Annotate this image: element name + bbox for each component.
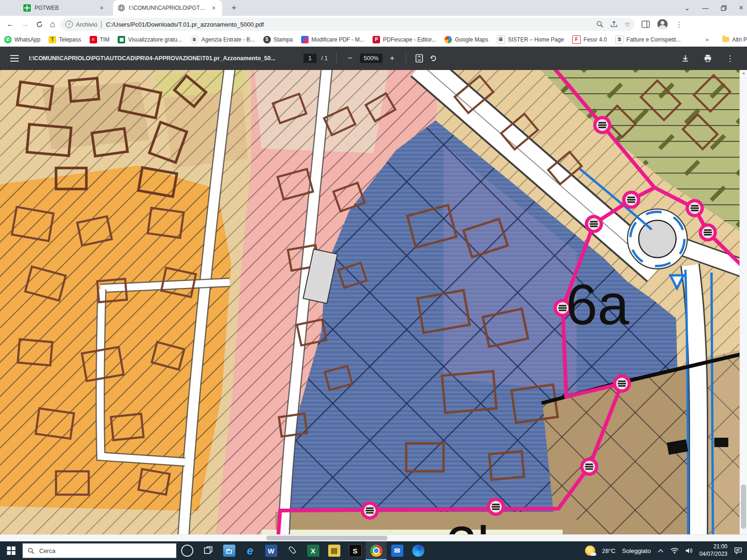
restore-icon[interactable] <box>721 5 727 11</box>
bookmark-label: PDFescape - Editor... <box>383 36 436 43</box>
taskbar-app-excel[interactable]: X <box>303 541 324 560</box>
taskbar-app-yellow[interactable]: ▤ <box>324 541 345 560</box>
fit-page-icon[interactable] <box>415 54 424 63</box>
weather-icon[interactable] <box>585 546 595 556</box>
taskbar-app-phone[interactable] <box>282 541 303 560</box>
bookmark-whatsapp[interactable]: ✆WhatsApp <box>0 36 44 43</box>
weather-temp[interactable]: 28°C <box>602 547 615 554</box>
dark-app-icon: S <box>349 544 362 557</box>
viewer-icon: ▣ <box>118 36 125 43</box>
cortana-icon <box>181 545 193 557</box>
word-icon: W <box>265 545 277 557</box>
pgtweb-favicon <box>23 4 31 12</box>
zone-label-bottom: 2b <box>446 515 508 534</box>
taskbar-search[interactable]: Cerca <box>22 543 176 558</box>
system-tray: 28°C Soleggiato 21:00 04/07/2023 <box>585 543 742 558</box>
taskbar-app-explorer[interactable]: 🗀 <box>218 541 240 560</box>
start-button[interactable] <box>0 541 22 560</box>
tab-pgtweb[interactable]: PGTWEB × <box>19 0 110 16</box>
tab-strip: PGTWEB × I:\COMUNI\CAPRIOLO\PGT\AU × + ⌄… <box>0 0 747 16</box>
bookmark-label: Agenzia Entrate - B... <box>202 36 255 43</box>
bookmark-agenzia-entrate[interactable]: 🗎Agenzia Entrate - B... <box>186 35 259 44</box>
tab-label: PGTWEB <box>35 5 94 11</box>
tab-search-icon[interactable]: ⌄ <box>684 4 690 12</box>
bookmark-tim[interactable]: ≡TIM <box>85 36 114 43</box>
tray-clock[interactable]: 21:00 04/07/2023 <box>699 543 727 558</box>
zoom-out-button[interactable]: − <box>345 54 355 63</box>
pdfescape-icon: P <box>373 36 380 43</box>
tray-chevron-icon[interactable] <box>657 548 664 553</box>
vertical-scroll-thumb[interactable] <box>741 484 746 529</box>
zoom-in-button[interactable]: + <box>387 54 397 63</box>
vertical-scrollbar[interactable]: ▲ <box>740 70 747 534</box>
bookmark-stampa[interactable]: SStampa <box>259 36 297 43</box>
bookmark-sister[interactable]: 🏛SISTER – Home Page <box>493 35 568 44</box>
share-icon[interactable] <box>610 21 618 28</box>
address-separator: | <box>100 20 102 28</box>
bookmark-fatture[interactable]: 🖺Fatture e Corrispetti... <box>611 35 685 44</box>
taskbar-app-chrome[interactable] <box>366 541 387 560</box>
bookmark-label: Google Maps <box>455 36 488 43</box>
bookmark-label: SISTER – Home Page <box>508 36 564 43</box>
tab-pdf[interactable]: I:\COMUNI\CAPRIOLO\PGT\AU × <box>113 0 222 16</box>
bookmark-label: WhatsApp <box>14 36 40 43</box>
bookmark-fessr[interactable]: FFessr 4.0 <box>568 35 611 44</box>
taskbar-app-ie[interactable]: e <box>240 541 261 560</box>
home-icon[interactable]: ⌂ <box>50 19 55 29</box>
pdf-filename: I:\COMUNI\CAPRIOLO\PGT\AUTOCAD\PR\04-APP… <box>29 55 275 62</box>
bookmark-visualizzatore[interactable]: ▣Visualizzatore gratu... <box>113 36 186 43</box>
reload-icon[interactable] <box>35 21 43 28</box>
chrome-icon <box>370 545 382 557</box>
zoom-level-value[interactable]: 500% <box>360 54 382 63</box>
address-bar[interactable]: i Archivio | C:/Users/Pc01/Downloads/T.0… <box>61 18 635 31</box>
task-view-button[interactable] <box>197 541 218 560</box>
bookmark-pdfescape[interactable]: PPDFescape - Editor... <box>368 36 440 43</box>
excel-icon: X <box>307 545 319 557</box>
agenzia-icon: 🗎 <box>190 35 199 44</box>
task-view-icon <box>204 546 213 555</box>
pdf-edit-icon <box>301 36 309 43</box>
weather-desc[interactable]: Soleggiato <box>622 547 650 554</box>
tab-close-icon[interactable]: × <box>210 4 218 12</box>
taskbar-app-edge[interactable] <box>408 541 429 560</box>
bookmark-star-icon[interactable]: ☆ <box>624 20 630 28</box>
horizontal-scrollbar[interactable] <box>0 534 747 541</box>
explorer-icon: 🗀 <box>223 545 235 557</box>
minimize-icon[interactable]: — <box>702 4 709 12</box>
close-window-icon[interactable]: × <box>739 4 743 12</box>
pdf-more-icon[interactable]: ⋮ <box>726 54 734 63</box>
bookmarks-overflow-chevron[interactable]: » <box>702 36 712 43</box>
profile-avatar[interactable] <box>657 19 668 29</box>
browser-menu-icon[interactable]: ⋮ <box>675 20 683 29</box>
download-icon[interactable] <box>681 54 690 63</box>
page-number-input[interactable]: 1 <box>303 54 317 63</box>
taskbar-app-mail[interactable]: ✉ <box>387 541 408 560</box>
page-info-icon[interactable]: i <box>65 21 73 28</box>
forward-icon[interactable]: → <box>21 20 29 29</box>
pdf-page-canvas[interactable]: 6a 2b <box>0 70 740 534</box>
new-tab-button[interactable]: + <box>228 2 240 14</box>
other-bookmarks[interactable]: Altri Preferiti <box>718 36 747 43</box>
taskbar-app-dark[interactable]: S <box>345 541 366 560</box>
bookmark-telepass[interactable]: TTelepass <box>44 36 85 43</box>
windows-logo-icon <box>7 546 15 555</box>
rotate-icon[interactable] <box>429 54 438 63</box>
wifi-icon[interactable] <box>670 547 679 554</box>
cortana-button[interactable] <box>176 541 197 560</box>
tab-close-icon[interactable]: × <box>98 4 106 12</box>
back-icon[interactable]: ← <box>7 20 14 29</box>
print-icon[interactable] <box>704 54 712 63</box>
side-panel-icon[interactable] <box>641 21 650 28</box>
pdf-menu-icon[interactable] <box>10 53 19 63</box>
action-center-icon[interactable] <box>734 547 742 554</box>
scroll-up-arrow[interactable]: ▲ <box>740 71 747 75</box>
pdf-separator <box>406 53 406 63</box>
bookmark-modificare-pdf[interactable]: Modificare PDF - M... <box>297 36 368 43</box>
globe-icon <box>118 4 125 12</box>
zoom-page-icon[interactable] <box>596 21 604 28</box>
volume-icon[interactable] <box>685 547 693 554</box>
taskbar-app-word[interactable]: W <box>261 541 282 560</box>
horizontal-scroll-thumb[interactable] <box>266 536 388 540</box>
whatsapp-icon: ✆ <box>4 36 12 43</box>
bookmark-google-maps[interactable]: Google Maps <box>440 36 492 43</box>
